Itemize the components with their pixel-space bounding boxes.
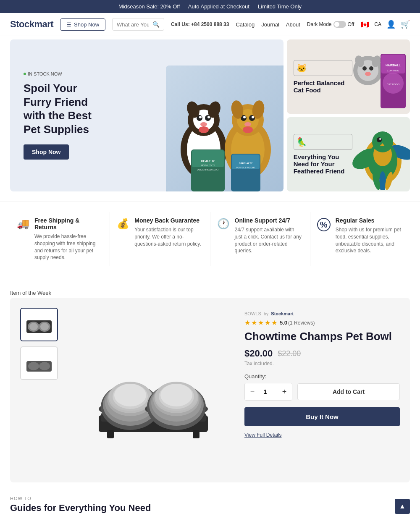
country-code: CA	[374, 21, 381, 27]
quantity-label: Quantity:	[244, 373, 400, 380]
in-stock-dot	[24, 73, 26, 75]
how-to-section: HOW TO Guides for Everything You Need	[0, 482, 420, 514]
svg-point-60	[29, 323, 38, 330]
quantity-increase-button[interactable]: +	[277, 383, 292, 400]
hero-main-banner: IN STOCK NOW Spoil Your Furry Friend wit…	[10, 39, 284, 191]
search-input[interactable]	[117, 21, 149, 28]
svg-point-9	[200, 122, 207, 126]
feature-sales: % Regular Sales Shop with us for premium…	[310, 212, 410, 266]
bird-icon: 🦜	[294, 134, 352, 150]
svg-point-52	[372, 131, 393, 152]
feature-sales-text: Regular Sales Shop with us for premium p…	[336, 217, 403, 261]
svg-text:SPECIALTY: SPECIALTY	[239, 162, 252, 165]
thumbnail-1[interactable]	[20, 308, 58, 341]
features-row: 🚚 Free Shipping & Returns We provide has…	[0, 202, 420, 276]
cat-icon: 🐱	[294, 60, 352, 76]
svg-point-7	[199, 116, 202, 118]
thumbnail-2[interactable]	[20, 346, 58, 380]
breadcrumb-brand: Stockmart	[271, 311, 294, 316]
user-icon[interactable]: 👤	[386, 20, 396, 29]
svg-rect-86	[107, 430, 114, 438]
breadcrumb: BOWLS by Stockmart	[244, 311, 400, 316]
svg-text:CAT FOOD: CAT FOOD	[387, 83, 400, 86]
sales-icon: %	[317, 218, 331, 231]
feature-shipping-text: Free Shipping & Returns We provide hassl…	[34, 217, 103, 261]
svg-point-53	[377, 137, 382, 142]
phone-info: Call Us: +84 2500 888 33	[171, 21, 229, 27]
star-3: ★	[258, 319, 264, 327]
svg-point-38	[365, 72, 371, 76]
feature-guarantee-text: Money Back Guarantee Your satisfaction i…	[134, 217, 203, 261]
hero-right-cards: 🐱 Perfect Balanced Cat Food HAIRBALL	[287, 39, 410, 191]
chevron-up-icon: ▲	[399, 503, 406, 510]
country-flag: 🇨🇦	[361, 21, 369, 29]
rating-number: 5.0	[280, 320, 287, 326]
in-stock-badge: IN STOCK NOW	[24, 71, 108, 76]
hero-images: HEALTHY MOBILITY™ LARGE BREED ADULT SPEC…	[166, 66, 284, 191]
nav-about[interactable]: About	[286, 21, 300, 28]
cat-food-card[interactable]: 🐱 Perfect Balanced Cat Food HAIRBALL	[287, 39, 410, 114]
feature-sales-title: Regular Sales	[336, 217, 403, 224]
logo[interactable]: Stockmart	[10, 19, 53, 30]
svg-text:CONTROL: CONTROL	[387, 69, 399, 72]
announcement-text: Midseason Sale: 20% Off — Auto Applied a…	[118, 3, 302, 10]
toggle-knob	[334, 22, 339, 27]
svg-point-64	[28, 362, 39, 370]
star-4: ★	[265, 319, 270, 327]
star-rating: ★ ★ ★ ★ ★ 5.0 (1 Reviews)	[244, 319, 400, 327]
svg-point-76	[114, 384, 146, 406]
cat-food-image: HAIRBALL CONTROL CAT FOOD	[343, 39, 410, 114]
nav-journal[interactable]: Journal	[261, 21, 279, 28]
hamburger-icon: ☰	[66, 21, 71, 28]
header-shop-now-button[interactable]: ☰ Shop Now	[60, 18, 105, 31]
product-main-image	[76, 308, 231, 472]
svg-point-65	[39, 362, 50, 370]
hero-shop-button[interactable]: Shop Now	[24, 144, 69, 160]
quantity-row: − + Add to Cart	[244, 383, 400, 401]
announcement-bar: Midseason Sale: 20% Off — Auto Applied a…	[0, 0, 420, 13]
svg-point-62	[40, 323, 49, 330]
product-title: Chowtime Champs Pet Bowl	[244, 330, 400, 343]
review-count: (1 Reviews)	[288, 320, 315, 326]
svg-point-37	[369, 66, 373, 71]
nav-links: Catalog Journal About	[236, 21, 300, 28]
hero-section: IN STOCK NOW Spoil Your Furry Friend wit…	[0, 36, 420, 191]
svg-point-54	[379, 138, 381, 140]
bird-card[interactable]: 🦜 Everything You Need for Your Feathered…	[287, 117, 410, 191]
feature-shipping-title: Free Shipping & Returns	[34, 217, 103, 231]
bowl-svg	[82, 331, 225, 449]
feature-support-title: Online Support 24/7	[235, 217, 303, 224]
dark-mode-toggle[interactable]: Dark Mode Off	[307, 21, 354, 28]
svg-text:MOBILITY™: MOBILITY™	[201, 164, 215, 167]
hero-text-block: IN STOCK NOW Spoil Your Furry Friend wit…	[24, 71, 108, 160]
svg-point-12	[199, 126, 209, 133]
star-1: ★	[244, 319, 250, 327]
product-card: BOWLS by Stockmart ★ ★ ★ ★ ★ 5.0 (1 Revi…	[10, 298, 410, 482]
nav-catalog[interactable]: Catalog	[236, 21, 255, 28]
product-thumbnails	[20, 308, 62, 472]
support-icon: 🕐	[217, 218, 230, 261]
search-icon: 🔍	[152, 21, 160, 28]
item-of-week-section: Item of the Week	[0, 276, 420, 482]
cart-icon[interactable]: 🛒	[401, 20, 410, 29]
price-current: $20.00	[244, 348, 273, 359]
buy-now-button[interactable]: Buy It Now	[244, 407, 400, 426]
guarantee-icon: 💰	[117, 218, 129, 261]
price-original: $22.00	[278, 349, 301, 358]
hero-heading: Spoil Your Furry Friend with the Best Pe…	[24, 81, 108, 136]
add-to-cart-button[interactable]: Add to Cart	[297, 383, 400, 400]
header: Stockmart ☰ Shop Now 🔍 Call Us: +84 2500…	[0, 13, 420, 36]
header-icons: 🇨🇦 CA 👤 🛒	[361, 20, 410, 29]
dark-mode-switch[interactable]	[333, 21, 346, 28]
view-details-link[interactable]: View Full Details	[244, 432, 281, 438]
feature-support-text: Online Support 24/7 24/7 support availab…	[235, 217, 303, 261]
svg-point-21	[244, 122, 251, 126]
dog-image: HEALTHY MOBILITY™ LARGE BREED ADULT SPEC…	[166, 66, 284, 191]
quantity-decrease-button[interactable]: −	[245, 383, 260, 400]
scroll-to-top-button[interactable]: ▲	[395, 499, 410, 514]
svg-point-19	[243, 116, 246, 118]
quantity-input[interactable]	[260, 383, 277, 400]
svg-point-36	[362, 66, 367, 71]
feature-shipping-desc: We provide hassle-free shopping with fre…	[34, 233, 103, 261]
search-bar: 🔍	[112, 18, 164, 31]
